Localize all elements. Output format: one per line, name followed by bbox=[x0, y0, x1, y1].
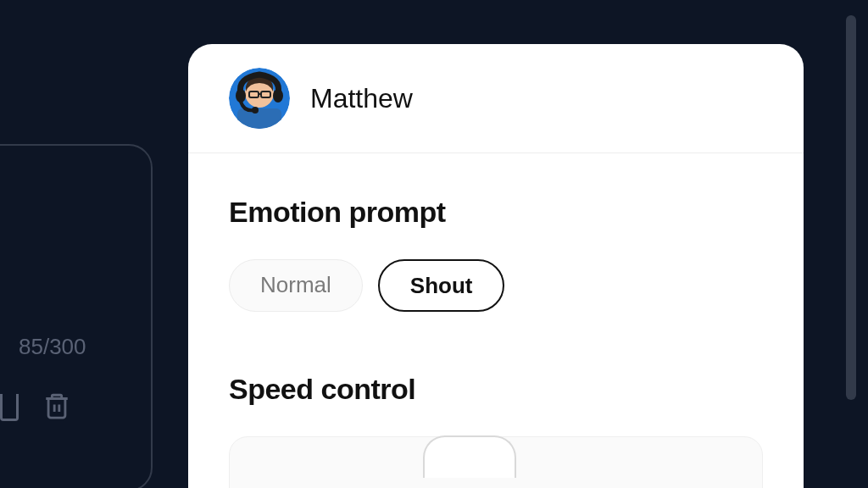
emotion-options: Normal Shout bbox=[229, 259, 763, 312]
scrollbar[interactable] bbox=[846, 15, 856, 400]
speed-control-knob[interactable] bbox=[423, 435, 516, 478]
background-text-card: o the 85/300 bbox=[0, 144, 153, 488]
svg-point-8 bbox=[252, 107, 259, 114]
panel-header: Matthew bbox=[188, 44, 804, 153]
speed-control-container bbox=[229, 436, 763, 488]
emotion-option-shout[interactable]: Shout bbox=[378, 259, 505, 312]
emotion-prompt-title: Emotion prompt bbox=[229, 196, 763, 229]
svg-point-7 bbox=[273, 89, 283, 103]
svg-rect-1 bbox=[237, 108, 281, 129]
speed-control-title: Speed control bbox=[229, 373, 763, 406]
trash-icon[interactable] bbox=[42, 391, 71, 424]
voice-name: Matthew bbox=[310, 83, 413, 114]
background-icon-row bbox=[0, 391, 71, 424]
character-counter: 85/300 bbox=[19, 334, 86, 360]
panel-body: Emotion prompt Normal Shout Speed contro… bbox=[188, 153, 804, 488]
emotion-option-normal[interactable]: Normal bbox=[229, 259, 363, 312]
partial-icon bbox=[0, 394, 19, 421]
background-partial-text: o the bbox=[0, 171, 125, 213]
avatar[interactable] bbox=[229, 68, 290, 129]
voice-settings-panel: Matthew Emotion prompt Normal Shout Spee… bbox=[188, 44, 804, 488]
